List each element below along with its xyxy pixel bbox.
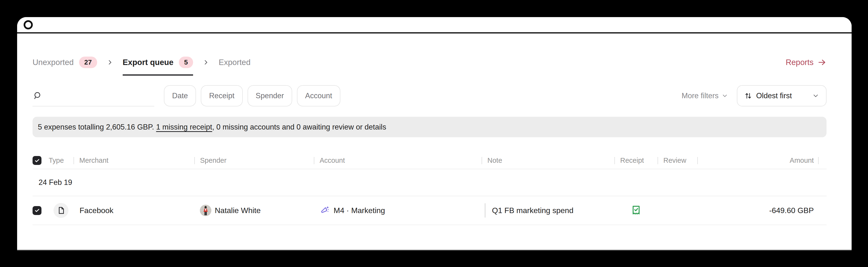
marketing-megaphone-icon <box>320 205 330 215</box>
expense-row[interactable]: Facebook <box>33 196 827 225</box>
stage-tabs-row: Unexported 27 Export queue 5 Exported <box>33 57 827 76</box>
row-select-cell <box>33 196 49 225</box>
check-icon <box>34 207 40 213</box>
account-cell[interactable]: M4 · Marketing <box>314 196 482 225</box>
tab-export-queue[interactable]: Export queue 5 <box>123 57 193 76</box>
tab-unexported[interactable]: Unexported 27 <box>33 57 97 74</box>
logo-circle-icon <box>24 20 33 29</box>
document-icon <box>54 203 68 218</box>
count-badge: 27 <box>79 57 97 68</box>
amount-cell: -649.60 GBP <box>698 196 827 225</box>
header-select-cell <box>33 152 49 169</box>
spender-avatar <box>200 205 211 216</box>
column-divider <box>657 157 658 164</box>
merchant-cell: Facebook <box>73 196 194 225</box>
account-name: M4 · Marketing <box>334 206 385 215</box>
search-field[interactable] <box>33 85 154 106</box>
chevron-right-icon <box>203 57 209 68</box>
column-header-merchant[interactable]: Merchant <box>73 152 194 169</box>
spender-name: Natalie White <box>215 206 260 215</box>
count-badge: 5 <box>179 57 193 68</box>
filter-chips: Date Receipt Spender Account <box>164 85 340 106</box>
more-filters-label: More filters <box>682 92 718 100</box>
chevron-down-icon <box>812 92 819 99</box>
group-date-label: 24 Feb 19 <box>38 178 72 187</box>
sort-selected-value: Oldest first <box>756 92 792 100</box>
column-header-note[interactable]: Note <box>482 152 614 169</box>
filter-date-button[interactable]: Date <box>164 85 196 106</box>
export-stage-tabs: Unexported 27 Export queue 5 Exported <box>33 57 250 76</box>
filter-receipt-button[interactable]: Receipt <box>201 85 243 106</box>
table-header: Type Merchant Spender Account Note Recei… <box>33 152 827 169</box>
filter-account-button[interactable]: Account <box>297 85 340 106</box>
check-icon <box>34 158 40 164</box>
column-divider <box>194 157 195 164</box>
filter-spender-button[interactable]: Spender <box>248 85 292 106</box>
spender-cell: Natalie White <box>194 196 314 225</box>
titlebar <box>17 17 851 33</box>
column-header-receipt[interactable]: Receipt <box>614 152 657 169</box>
type-cell <box>49 196 73 225</box>
date-group-header: 24 Feb 19 <box>33 169 827 196</box>
receipt-attached-icon[interactable] <box>630 205 642 216</box>
column-divider <box>73 157 74 164</box>
search-icon <box>33 91 42 100</box>
reports-label: Reports <box>785 57 813 68</box>
more-filters-button[interactable]: More filters <box>682 92 728 100</box>
app-window: Unexported 27 Export queue 5 Exported <box>17 17 851 251</box>
merchant-name: Facebook <box>80 206 114 215</box>
note-cell[interactable]: Q1 FB marketing spend <box>482 196 614 225</box>
reports-link[interactable]: Reports <box>785 57 827 68</box>
column-header-type[interactable]: Type <box>49 152 73 169</box>
column-header-account[interactable]: Account <box>314 152 482 169</box>
column-header-spender[interactable]: Spender <box>194 152 314 169</box>
review-cell <box>657 196 698 225</box>
filters-toolbar: Date Receipt Spender Account More filter… <box>33 85 827 106</box>
tab-exported[interactable]: Exported <box>219 57 250 74</box>
receipt-cell <box>614 196 657 225</box>
search-input[interactable] <box>46 91 154 100</box>
toolbar-right: More filters Oldest first <box>682 85 827 106</box>
row-checkbox[interactable] <box>33 206 41 215</box>
summary-text: , 0 missing accounts and 0 awaiting revi… <box>212 123 386 131</box>
tab-label: Unexported <box>33 57 74 68</box>
column-divider <box>482 157 482 164</box>
note-divider <box>485 203 486 218</box>
sort-arrows-icon <box>744 92 752 100</box>
amount-value: -649.60 GBP <box>769 206 827 215</box>
column-header-amount[interactable]: Amount <box>698 152 827 169</box>
summary-banner: 5 expenses totalling 2,605.16 GBP. 1 mis… <box>33 117 827 137</box>
select-all-checkbox[interactable] <box>33 156 41 165</box>
chevron-right-icon <box>107 57 113 68</box>
column-divider <box>818 157 818 164</box>
desktop-background: Unexported 27 Export queue 5 Exported <box>0 0 868 267</box>
note-text: Q1 FB marketing spend <box>492 206 574 215</box>
chevron-down-icon <box>721 93 728 99</box>
sort-button[interactable]: Oldest first <box>737 85 827 106</box>
summary-text: 5 expenses totalling 2,605.16 GBP. <box>38 123 156 131</box>
arrow-right-icon <box>817 58 827 67</box>
column-divider <box>614 157 615 164</box>
column-divider <box>698 157 698 164</box>
column-header-review[interactable]: Review <box>657 152 698 169</box>
tab-label: Export queue <box>123 57 174 68</box>
tab-label: Exported <box>219 57 250 68</box>
column-divider <box>314 157 314 164</box>
missing-receipt-link[interactable]: 1 missing receipt <box>156 123 212 131</box>
